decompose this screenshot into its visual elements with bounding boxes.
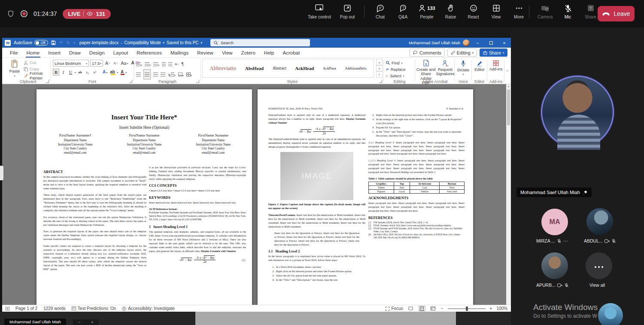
highlight-button[interactable]: ab▾ xyxy=(109,69,119,76)
decrease-indent-button[interactable] xyxy=(162,60,166,68)
styles-scroll-down-icon[interactable]: ▾ xyxy=(376,65,383,72)
addins-button[interactable]: Add-ins xyxy=(489,60,503,71)
ribbon-collapse-icon[interactable]: ⌄ xyxy=(506,68,509,72)
font-name-combo[interactable]: Linux Biolinum▾ xyxy=(53,60,89,67)
numbered-list-button[interactable]: ▾ xyxy=(145,60,151,68)
chat-button[interactable]: Chat xyxy=(369,3,392,19)
tab-home[interactable]: Home xyxy=(22,49,44,58)
comments-button[interactable]: Comments xyxy=(410,49,445,57)
web-layout-button[interactable] xyxy=(430,306,437,311)
align-right-button[interactable] xyxy=(153,70,158,78)
paragraph-dialog-launcher-icon[interactable] xyxy=(196,80,199,83)
zoom-slider-knob[interactable] xyxy=(466,307,468,311)
participant-more-icon[interactable]: ⋯ xyxy=(563,238,568,243)
style-ackpara[interactable]: AckPara xyxy=(323,66,336,70)
view-all-label[interactable]: View all xyxy=(589,282,605,288)
save-icon[interactable] xyxy=(51,40,56,45)
scrollbar-thumb[interactable] xyxy=(507,89,510,125)
paste-button[interactable]: Paste ▾ xyxy=(7,59,22,78)
multilevel-list-button[interactable]: ▾ xyxy=(153,60,159,68)
underline-dropdown-icon[interactable]: ▾ xyxy=(75,71,76,74)
raise-hand-button[interactable]: Raise xyxy=(439,3,462,19)
tab-acrobat[interactable]: Acrobat xyxy=(279,49,304,58)
print-layout-button[interactable] xyxy=(419,306,425,311)
bullet-list-button[interactable]: ▾ xyxy=(136,60,142,68)
justify-button[interactable] xyxy=(161,70,165,78)
style-additionalinfo[interactable]: AdditionalInfo xyxy=(345,66,367,70)
accessibility-status[interactable]: Accessibility: Investigate xyxy=(122,306,174,311)
tab-insert[interactable]: Insert xyxy=(44,49,65,58)
find-button[interactable]: Find▾ xyxy=(386,60,406,66)
styles-dialog-launcher-icon[interactable] xyxy=(379,80,382,83)
style-abshead[interactable]: AbsHead xyxy=(245,66,264,71)
zoom-level[interactable]: 100% xyxy=(496,306,507,311)
tab-references[interactable]: References xyxy=(132,49,166,58)
text-predictions-status[interactable]: Text Predictions: On xyxy=(72,306,116,311)
search-box[interactable]: Search xyxy=(210,39,310,46)
format-painter-button[interactable]: Format Painter xyxy=(24,73,50,78)
styles-scroll-up-icon[interactable]: ▴ xyxy=(376,59,383,65)
account-info[interactable]: Mohammad Saef Ullah Miah xyxy=(409,38,470,48)
document-page-1[interactable]: Insert Your Title Here* Insert Subtitle … xyxy=(36,89,252,305)
align-left-button[interactable] xyxy=(136,70,141,78)
take-control-button[interactable]: Take control xyxy=(304,3,335,19)
document-canvas[interactable]: Insert Your Title Here* Insert Subtitle … xyxy=(2,84,506,305)
toggle-switch[interactable]: Off xyxy=(34,40,48,46)
tab-view[interactable]: View xyxy=(218,49,237,58)
people-button[interactable]: 133 People xyxy=(414,3,439,19)
close-button[interactable]: × xyxy=(498,38,511,48)
react-button[interactable]: React xyxy=(462,3,485,19)
zoom-out-button[interactable]: − xyxy=(441,306,444,311)
scroll-up-icon[interactable]: ▴ xyxy=(506,85,511,88)
shrink-font-button[interactable]: A˅ xyxy=(112,60,119,67)
style-abbreviatio[interactable]: Abbreviatio xyxy=(210,65,236,72)
focus-mode-button[interactable]: Focus xyxy=(385,306,403,311)
tab-draw[interactable]: Draw xyxy=(65,49,85,58)
change-case-button[interactable]: Aa▾ xyxy=(120,60,129,67)
view-all-button[interactable] xyxy=(586,252,612,279)
italic-button[interactable]: I xyxy=(60,69,67,76)
cut-button[interactable]: Cut xyxy=(24,60,50,65)
restore-button[interactable] xyxy=(484,38,498,48)
show-paragraph-marks-button[interactable]: ¶ xyxy=(181,62,183,67)
view-button[interactable]: View xyxy=(485,3,507,19)
zoom-in-button[interactable]: + xyxy=(490,306,492,311)
strikethrough-button[interactable]: ab xyxy=(77,69,83,76)
qat-customize-icon[interactable]: ▾ xyxy=(73,41,75,45)
undo-icon[interactable]: ↶ xyxy=(59,40,63,45)
macro-record-icon[interactable] xyxy=(6,307,9,310)
font-size-combo[interactable]: 17.5▾ xyxy=(90,60,103,67)
dictate-button[interactable]: Dictate ▾ xyxy=(456,60,471,76)
pop-out-button[interactable]: Pop out xyxy=(335,3,360,19)
shading-button[interactable]: ▾ xyxy=(178,70,184,78)
participant-avatar-abdul[interactable] xyxy=(586,208,613,235)
tab-layout[interactable]: Layout xyxy=(109,49,133,58)
participant-avatar-mirza[interactable]: MA xyxy=(541,209,568,235)
styles-more-icon[interactable]: ≡ xyxy=(376,71,383,78)
sort-button[interactable]: A↓ xyxy=(175,62,179,66)
document-page-2[interactable]: WOODSTOCK’18, June, 2018, El Paso, Texas… xyxy=(258,89,473,305)
zoom-out-icon[interactable]: − xyxy=(78,320,81,325)
font-color-button[interactable]: A▾ xyxy=(120,69,128,76)
underline-button[interactable]: U xyxy=(67,69,74,76)
leave-button[interactable]: Leave xyxy=(598,6,635,21)
tab-mailings[interactable]: Mailings xyxy=(166,49,193,58)
saved-dropdown-icon[interactable]: ▾ xyxy=(201,41,203,45)
side-panel-handle[interactable] xyxy=(0,166,3,180)
magnifier-controls[interactable]: − + xyxy=(73,319,99,325)
mic-button[interactable]: Mic xyxy=(556,3,579,19)
style-ackhead[interactable]: AckHead xyxy=(295,66,314,71)
align-center-button[interactable] xyxy=(143,69,151,79)
qa-button[interactable]: ? Q&A xyxy=(392,3,414,19)
zoom-in-icon[interactable]: + xyxy=(91,320,94,325)
tab-file[interactable]: File xyxy=(6,49,22,58)
increase-indent-button[interactable] xyxy=(168,60,172,68)
word-count[interactable]: 1229 words xyxy=(43,306,66,311)
grow-font-button[interactable]: A˄ xyxy=(104,60,111,67)
read-mode-button[interactable] xyxy=(407,306,414,311)
main-speaker-video[interactable] xyxy=(541,76,614,149)
tab-zotero[interactable]: Zotero xyxy=(237,49,260,58)
page-indicator[interactable]: Page 1 of 2 xyxy=(15,306,37,311)
tab-review[interactable]: Review xyxy=(193,49,218,58)
font-dialog-launcher-icon[interactable] xyxy=(129,80,132,83)
